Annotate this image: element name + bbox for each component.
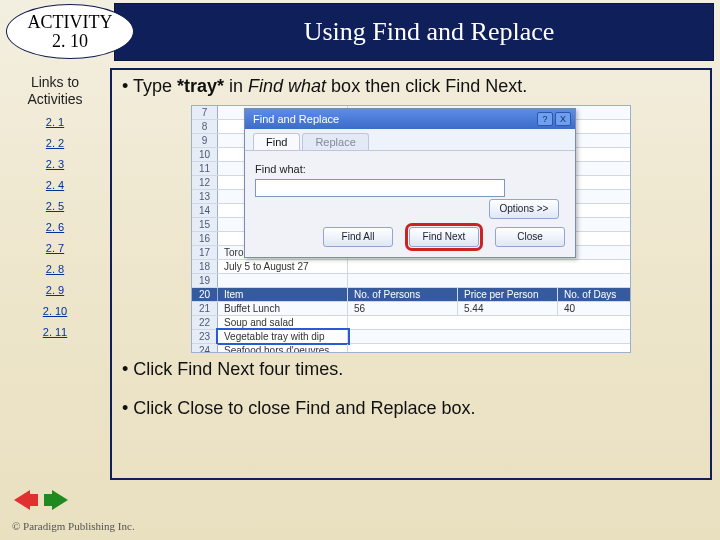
sidebar-item-2-2[interactable]: 2. 2 bbox=[0, 137, 110, 149]
page-title: Using Find and Replace bbox=[304, 17, 555, 47]
sheet-row: 22 Soup and salad bbox=[192, 316, 630, 330]
screenshot: 7 8 9 10 11 12 13 14 15 16 17Toronto Loc… bbox=[191, 105, 631, 353]
copyright: © Paradigm Publishing Inc. bbox=[12, 520, 135, 532]
nav-arrows bbox=[12, 490, 70, 510]
sidebar-item-2-3[interactable]: 2. 3 bbox=[0, 158, 110, 170]
instruction-2: • Click Find Next four times. bbox=[122, 359, 700, 380]
next-arrow-icon[interactable] bbox=[44, 490, 70, 510]
prev-arrow-icon[interactable] bbox=[12, 490, 38, 510]
sheet-row: 24 Seafood hors d'oeuvres bbox=[192, 344, 630, 353]
instruction-1: • Type *tray* in Find what box then clic… bbox=[122, 76, 700, 97]
sheet-row: 18July 5 to August 27 bbox=[192, 260, 630, 274]
dialog-titlebar[interactable]: Find and Replace ? X bbox=[245, 109, 575, 129]
close-icon[interactable]: X bbox=[555, 112, 571, 126]
sheet-row: 23 Vegetable tray with dip bbox=[192, 330, 630, 344]
sheet-row: 21 Buffet Lunch 56 5.44 40 bbox=[192, 302, 630, 316]
find-all-button[interactable]: Find All bbox=[323, 227, 393, 247]
close-button[interactable]: Close bbox=[495, 227, 565, 247]
sidebar-item-2-9[interactable]: 2. 9 bbox=[0, 284, 110, 296]
findwhat-label: Find what: bbox=[255, 163, 565, 175]
activity-label: ACTIVITY bbox=[28, 13, 113, 32]
sidebar-item-2-8[interactable]: 2. 8 bbox=[0, 263, 110, 275]
sidebar-item-2-7[interactable]: 2. 7 bbox=[0, 242, 110, 254]
content-panel: • Type *tray* in Find what box then clic… bbox=[110, 68, 712, 480]
help-icon[interactable]: ? bbox=[537, 112, 553, 126]
sidebar-item-2-11[interactable]: 2. 11 bbox=[0, 326, 110, 338]
instruction-3: • Click Close to close Find and Replace … bbox=[122, 398, 700, 419]
activity-badge: ACTIVITY 2. 10 bbox=[6, 4, 134, 59]
findwhat-input[interactable] bbox=[255, 179, 505, 197]
options-button[interactable]: Options >> bbox=[489, 199, 559, 219]
sheet-header-row: 20 Item No. of Persons Price per Person … bbox=[192, 288, 630, 302]
sidebar-title: Links to Activities bbox=[0, 74, 110, 108]
tab-find[interactable]: Find bbox=[253, 133, 300, 150]
find-next-button[interactable]: Find Next bbox=[409, 227, 479, 247]
sheet-row: 19 bbox=[192, 274, 630, 288]
sidebar-item-2-6[interactable]: 2. 6 bbox=[0, 221, 110, 233]
sidebar-item-2-1[interactable]: 2. 1 bbox=[0, 116, 110, 128]
activity-number: 2. 10 bbox=[52, 32, 88, 51]
active-cell: Vegetable tray with dip bbox=[218, 330, 348, 343]
header-row: ACTIVITY 2. 10 Using Find and Replace bbox=[0, 0, 720, 64]
sidebar-item-2-10[interactable]: 2. 10 bbox=[0, 305, 110, 317]
page-title-bar: Using Find and Replace bbox=[114, 3, 714, 61]
sidebar-item-2-5[interactable]: 2. 5 bbox=[0, 200, 110, 212]
find-replace-dialog: Find and Replace ? X Find Replace Find w… bbox=[244, 108, 576, 258]
dialog-tabs: Find Replace bbox=[245, 129, 575, 151]
sidebar-item-2-4[interactable]: 2. 4 bbox=[0, 179, 110, 191]
dialog-title: Find and Replace bbox=[253, 109, 339, 129]
tab-replace[interactable]: Replace bbox=[302, 133, 368, 150]
sidebar: Links to Activities 2. 1 2. 2 2. 3 2. 4 … bbox=[0, 64, 110, 484]
